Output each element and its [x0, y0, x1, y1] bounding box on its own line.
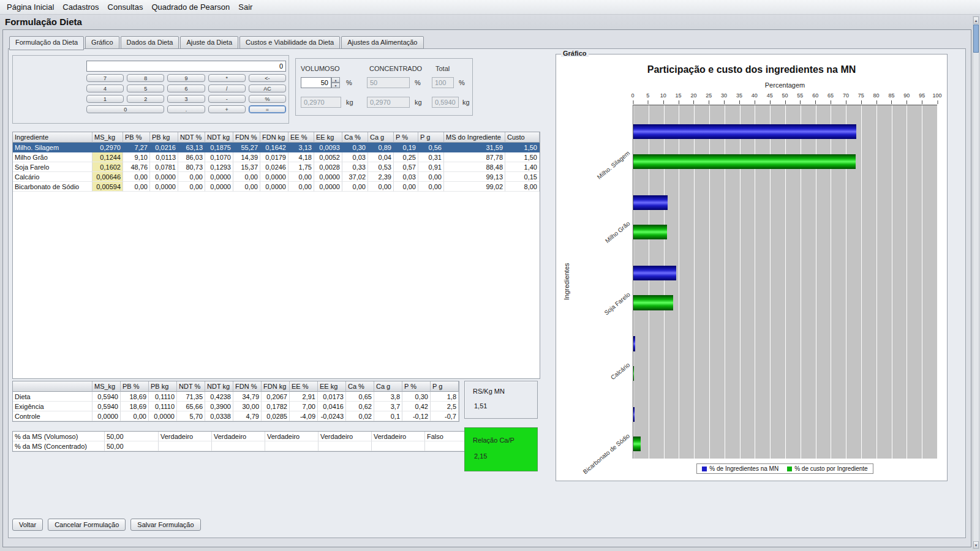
table-cell: 31,59 [444, 143, 505, 152]
chart-panel: Gráfico Participação e custo dos ingredi… [556, 54, 948, 481]
column-header[interactable]: PB % [121, 381, 149, 392]
column-header[interactable]: EE kg [318, 381, 346, 392]
table-row[interactable]: Bicarbonato de Sódio0,005940,000,00000,0… [13, 182, 540, 192]
table-cell: 3,13 [288, 143, 314, 152]
column-header[interactable]: MS do Ingrediente [444, 132, 505, 143]
table-row[interactable]: % da MS (Volumoso)50,00VerdadeiroVerdade… [13, 432, 478, 441]
table-row[interactable]: Calcário0,006460,000,00000,000,00000,000… [13, 172, 540, 182]
gridline [876, 105, 877, 459]
column-header[interactable]: NDT kg [205, 381, 233, 392]
calculator-display[interactable] [86, 61, 286, 72]
menu-sair[interactable]: Sair [234, 1, 257, 13]
table-cell: 0,2067 [262, 392, 290, 402]
column-header[interactable]: P g [418, 132, 444, 143]
column-header[interactable]: Ca % [346, 381, 374, 392]
column-header[interactable]: EE % [288, 132, 314, 143]
gridline [937, 105, 938, 459]
total-kg-unit: kg [462, 99, 470, 106]
column-header[interactable]: P g [431, 381, 459, 392]
x-axis-tick: 25 [706, 92, 712, 99]
vertical-scrollbar[interactable]: ▲ ▼ [973, 16, 979, 549]
menu-cadastros[interactable]: Cadastros [58, 1, 103, 13]
table-cell: 9,10 [123, 152, 150, 162]
salvar-formulacao-button[interactable]: Salvar Formulação [130, 519, 200, 531]
table-cell: 63,13 [178, 143, 205, 152]
column-header[interactable]: FDN kg [260, 132, 288, 143]
column-header[interactable]: PB kg [149, 381, 177, 392]
scroll-up-icon[interactable]: ▲ [973, 17, 979, 24]
table-cell: 0,42 [402, 402, 431, 411]
column-header[interactable]: NDT % [178, 132, 205, 143]
table-row[interactable]: Exigência0,594018,690,111065,660,390030,… [13, 402, 459, 411]
calc-key-6[interactable]: 6 [167, 84, 205, 92]
menu-quadrado-de-pearson[interactable]: Quadrado de Pearson [147, 1, 234, 13]
tab-grafico[interactable]: Gráfico [85, 36, 119, 49]
tab-custos-e-viabilidade[interactable]: Custos e Viabilidade da Dieta [239, 36, 340, 49]
column-header[interactable]: EE % [290, 381, 318, 392]
x-axis-tick: 55 [797, 92, 803, 99]
column-header[interactable]: NDT % [177, 381, 205, 392]
column-header[interactable]: FDN % [233, 132, 260, 143]
tab-ajuste-da-dieta[interactable]: Ajuste da Dieta [180, 36, 238, 49]
scroll-down-icon[interactable]: ▼ [973, 541, 979, 549]
table-row[interactable]: Dieta0,594018,690,111071,350,423834,790,… [13, 392, 459, 402]
column-header[interactable]: FDN kg [262, 381, 290, 392]
column-header[interactable]: MS_kg [92, 381, 121, 392]
calc-key--[interactable]: - [208, 95, 246, 103]
table-row[interactable]: Milho Grão0,12449,100,011386,030,107014,… [13, 152, 540, 162]
table-row[interactable]: % da MS (Concentrado)50,00 [13, 441, 478, 451]
calc-key-5[interactable]: 5 [127, 84, 164, 92]
cancelar-formulacao-button[interactable]: Cancelar Formulação [48, 519, 126, 531]
scrollbar-thumb[interactable] [973, 24, 979, 53]
tab-dados-da-dieta[interactable]: Dados da Dieta [121, 36, 179, 49]
table-row[interactable]: Soja Farelo0,160248,760,078180,730,12931… [13, 162, 540, 172]
calc-key-4[interactable]: 4 [86, 84, 124, 92]
column-header[interactable]: Custo [505, 132, 540, 143]
tab-formulacao-da-dieta[interactable]: Formulação da Dieta [9, 36, 84, 50]
column-header[interactable]: Ingrediente [13, 132, 92, 143]
table-cell: Soja Farelo [13, 162, 92, 172]
column-header[interactable]: Ca g [374, 381, 402, 392]
calc-key-AC[interactable]: AC [249, 84, 286, 92]
table-cell: 0,91 [418, 162, 444, 172]
voltar-button[interactable]: Voltar [12, 519, 43, 531]
calc-key-0[interactable]: 0 [86, 105, 164, 113]
calc-key-3[interactable]: 3 [167, 95, 205, 103]
column-header[interactable]: NDT kg [205, 132, 233, 143]
calc-key-7[interactable]: 7 [86, 74, 124, 82]
column-header[interactable]: EE kg [314, 132, 342, 143]
calculator-keypad: 789*<-456/AC123-%0.+= [86, 74, 286, 113]
calc-key-/[interactable]: / [208, 84, 246, 92]
calc-key-%[interactable]: % [249, 95, 286, 103]
calc-key-2[interactable]: 2 [127, 95, 164, 103]
table-row[interactable]: Controle0,00000,000,00005,700,03384,790,… [13, 411, 459, 421]
column-header[interactable]: P % [394, 132, 418, 143]
spinner-up-icon[interactable]: ▲ [331, 77, 340, 83]
column-header[interactable]: Ca % [342, 132, 368, 143]
menu-pagina-inicial[interactable]: Página Inicial [2, 1, 58, 13]
tab-ajustes-da-alimentacao[interactable]: Ajustes da Alimentação [341, 36, 423, 49]
table-cell: 0,0000 [260, 182, 288, 192]
calc-key-.[interactable]: . [167, 105, 205, 113]
column-header[interactable]: Ca g [368, 132, 394, 143]
calc-key-8[interactable]: 8 [127, 74, 164, 82]
calc-key-=[interactable]: = [249, 105, 286, 113]
column-header[interactable] [13, 381, 92, 392]
table-cell: 71,35 [177, 392, 205, 402]
column-header[interactable]: MS_kg [92, 132, 123, 143]
column-header[interactable]: P % [402, 381, 431, 392]
column-header[interactable]: FDN % [233, 381, 262, 392]
table-cell: 37,02 [342, 172, 368, 182]
calc-key-<-[interactable]: <- [249, 74, 286, 82]
calc-key-*[interactable]: * [208, 74, 246, 82]
calc-key-9[interactable]: 9 [167, 74, 205, 82]
menu-consultas[interactable]: Consultas [104, 1, 148, 13]
spinner-down-icon[interactable]: ▼ [331, 83, 340, 88]
column-header[interactable]: PB % [123, 132, 150, 143]
calc-key-+[interactable]: + [208, 105, 246, 113]
calc-key-1[interactable]: 1 [86, 95, 124, 103]
column-header[interactable]: PB kg [150, 132, 178, 143]
cost-bar [633, 225, 667, 239]
table-row[interactable]: Milho. Silagem0,29707,270,021663,130,187… [13, 143, 540, 152]
volumoso-percent-input[interactable] [301, 77, 331, 88]
